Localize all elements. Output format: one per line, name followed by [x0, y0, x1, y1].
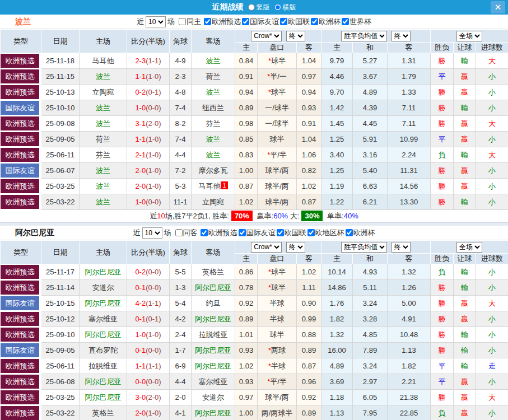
avg-select[interactable]: 胜平负均值 — [341, 242, 387, 253]
league-type-cell: 欧洲预选 — [1, 264, 41, 280]
league-checkbox[interactable] — [242, 18, 249, 25]
same-side-checkbox[interactable] — [175, 229, 183, 236]
league-checkbox[interactable] — [277, 229, 284, 236]
col-goals: 进球数 — [476, 43, 508, 53]
odds-away-cell: 0.87 — [297, 358, 321, 374]
league-checkbox[interactable] — [346, 229, 353, 236]
match-row: 欧洲预选25-11-15波兰1-1(1-0)2-3荷兰0.91*半/一0.974… — [1, 69, 508, 85]
league-filter[interactable]: 国际友谊 — [237, 228, 276, 238]
league-filter[interactable]: 欧洲杯 — [310, 17, 341, 27]
odds-final-select[interactable]: 终 — [286, 31, 305, 41]
avg-final-select[interactable]: 终 — [392, 242, 411, 253]
avg-select[interactable]: 胜平负均值 — [341, 31, 387, 41]
league-checkbox[interactable] — [342, 18, 349, 25]
match-row: 欧洲预选25-06-08阿尔巴尼亚0-0(0-0)4-4塞尔维亚0.93*平/半… — [1, 374, 508, 390]
result-cell: 平 — [431, 358, 454, 374]
league-filter[interactable]: 欧国联 — [276, 228, 306, 238]
league-checkbox[interactable] — [201, 229, 208, 236]
vertical-radio[interactable] — [248, 4, 255, 11]
odds-away-cell: 1.04 — [297, 53, 321, 69]
avg-draw-cell: 2.97 — [353, 374, 388, 390]
avg-final-select[interactable]: 终 — [392, 31, 411, 41]
home-team-cell: 马耳他 — [80, 53, 127, 69]
avg-group-header: 胜平负均值 终 — [321, 30, 431, 43]
score-cell: 1-0(0-0) — [127, 100, 170, 116]
result-cell: 負 — [431, 147, 454, 163]
away-team-cell: 波兰 — [192, 85, 235, 100]
home-team-cell: 阿尔巴尼亚 — [80, 374, 127, 390]
league-checkbox[interactable] — [204, 18, 211, 25]
avg-away-cell: 2.21 — [388, 374, 431, 390]
odds-home-cell: 1.02 — [235, 358, 258, 374]
result-cell: 勝 — [431, 311, 454, 327]
horizontal-radio[interactable] — [274, 4, 281, 11]
layout-option-vertical[interactable]: 竖版 — [248, 3, 270, 12]
odds-home-cell: 0.84 — [235, 53, 258, 69]
result-cell: 勝 — [431, 100, 454, 116]
home-team-cell: 荷兰 — [80, 132, 127, 147]
league-type-cell: 欧洲预选 — [1, 53, 41, 69]
avg-home-cell: 1.82 — [321, 311, 353, 327]
league-checkbox[interactable] — [280, 18, 287, 25]
league-filter[interactable]: 欧洲预选 — [203, 17, 241, 27]
goals-result-cell: 小 — [476, 343, 508, 358]
avg-draw-cell: 5.91 — [353, 132, 388, 147]
corner-cell: 4-1 — [170, 405, 192, 420]
match-row: 国际友谊25-09-05直布罗陀0-1(0-0)1-7阿尔巴尼亚0.93*两球0… — [1, 343, 508, 358]
same-side-filter[interactable]: 同主 — [176, 17, 201, 27]
close-icon[interactable]: ✕ — [491, 1, 505, 13]
league-filter[interactable]: 欧国联 — [279, 17, 310, 27]
league-checkbox[interactable] — [239, 229, 246, 236]
asian-result-cell: 贏 — [454, 163, 476, 179]
date-cell: 25-10-10 — [41, 100, 80, 116]
bookmaker-select[interactable]: Crow* — [251, 242, 282, 253]
handicap-cell: *球半 — [258, 280, 297, 296]
col-corner: 角球 — [170, 30, 192, 53]
league-filter[interactable]: 国际友谊 — [241, 17, 279, 27]
match-count-select[interactable]: 10 — [142, 227, 162, 239]
league-type-cell: 国际友谊 — [1, 343, 41, 358]
odds-final-select[interactable]: 终 — [286, 242, 305, 253]
same-side-checkbox[interactable] — [179, 18, 186, 25]
corner-cell: 5-5 — [170, 264, 192, 280]
match-count-select[interactable]: 10 — [146, 16, 166, 27]
result-cell: 負 — [431, 264, 454, 280]
date-cell: 25-10-12 — [41, 311, 80, 327]
league-filter[interactable]: 欧地区杯 — [306, 228, 344, 238]
score-cell: 0-2(0-1) — [127, 85, 170, 100]
goals-result-cell: 大 — [476, 147, 508, 163]
col-date: 日期 — [41, 241, 80, 264]
fulltime-select[interactable]: 全场 — [456, 31, 482, 41]
same-side-filter[interactable]: 同客 — [173, 228, 198, 238]
corner-cell: 6-9 — [170, 358, 192, 374]
avg-away-cell: 1.82 — [388, 358, 431, 374]
league-checkbox[interactable] — [307, 229, 315, 236]
fulltime-select[interactable]: 全场 — [456, 242, 482, 253]
goals-result-cell: 小 — [476, 374, 508, 390]
asian-result-cell: 輸 — [454, 327, 476, 343]
result-cell: 平 — [431, 374, 454, 390]
odds-away-cell: 0.89 — [297, 343, 321, 358]
league-filter[interactable]: 欧洲杯 — [344, 228, 375, 238]
asian-result-cell: 贏 — [454, 296, 476, 311]
avg-draw-cell: 3.16 — [353, 147, 388, 163]
asian-result-cell: 贏 — [454, 116, 476, 132]
league-filter[interactable]: 世界杯 — [341, 17, 371, 27]
handicap-cell: 半球 — [258, 296, 297, 311]
layout-option-horizontal[interactable]: 横版 — [274, 3, 296, 12]
goals-result-cell: 小 — [476, 163, 508, 179]
away-team-cell: 马耳他1 — [192, 179, 235, 194]
score-cell: 2-0(1-0) — [127, 163, 170, 179]
league-checkbox[interactable] — [311, 18, 318, 25]
score-cell: 3-1(2-0) — [127, 116, 170, 132]
horizontal-radio-label: 横版 — [283, 3, 296, 12]
away-team-cell: 阿尔巴尼亚 — [192, 405, 235, 420]
league-filter[interactable]: 欧洲预选 — [199, 228, 237, 238]
summary-segment: 30% — [301, 211, 323, 221]
league-type-cell: 欧洲预选 — [1, 405, 41, 420]
league-type-cell: 欧洲预选 — [1, 116, 41, 132]
score-cell: 1-1(1-0) — [127, 69, 170, 85]
avg-away-cell: 1.13 — [388, 343, 431, 358]
bookmaker-select[interactable]: Crow* — [251, 31, 282, 41]
odds-group-header: Crow* 终 — [235, 30, 321, 43]
